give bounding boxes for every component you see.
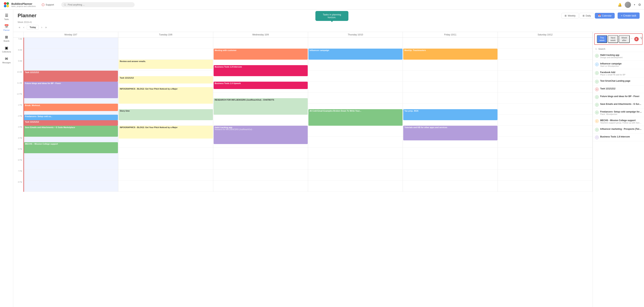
- day-cell[interactable]: [498, 71, 593, 82]
- list-item[interactable]: 3Facebook AddPlace 1 small FB add for BP: [593, 69, 644, 78]
- day-cell[interactable]: [308, 170, 403, 181]
- sidebar-item-boards[interactable]: ⊞ Boards: [1, 33, 12, 44]
- calendar-event[interactable]: Future blogs and ideas for BP - Fiverr: [24, 82, 118, 98]
- day-cell[interactable]: [308, 126, 403, 137]
- day-cell[interactable]: [498, 148, 593, 159]
- day-cell[interactable]: [403, 60, 498, 71]
- next-day-button[interactable]: ›: [40, 25, 43, 29]
- calendar-event[interactable]: Break. Workout.: [24, 104, 118, 111]
- day-cell[interactable]: [308, 93, 403, 104]
- calendar-event[interactable]: Save Emails and Attachments – G Suite Ma…: [24, 126, 118, 137]
- sidebar-item-collections[interactable]: ▣ Collections: [1, 44, 12, 54]
- day-cell[interactable]: [308, 148, 403, 159]
- day-cell[interactable]: [403, 181, 498, 192]
- list-item[interactable]: 3Save Emails and Attachments - G Suite M…: [593, 101, 644, 109]
- tab-calendar[interactable]: 📅 Calendar: [595, 13, 615, 19]
- filter-icon[interactable]: [640, 37, 643, 40]
- day-cell[interactable]: [498, 49, 593, 60]
- support-button[interactable]: Support: [40, 3, 56, 7]
- calendar-event[interactable]: MECHS – Mission College support: [24, 142, 118, 153]
- day-cell[interactable]: [24, 49, 118, 60]
- calendar-event[interactable]: Habit tracking appResearch for INFLUENCE…: [214, 126, 308, 144]
- calendar-event[interactable]: Task 12121212: [119, 76, 213, 84]
- rp-search-input[interactable]: [598, 48, 642, 50]
- calendar-event[interactable]: Task 12121212: [24, 71, 118, 82]
- gear-icon[interactable]: ⚙: [638, 3, 641, 7]
- calendar-event[interactable]: MeetUp: Toastmasters: [403, 49, 497, 60]
- tab-daily[interactable]: ⊞ Daily: [580, 13, 594, 19]
- list-item[interactable]: 3Test SriveChat Landing page: [593, 78, 644, 86]
- day-cell[interactable]: [308, 38, 403, 49]
- day-cell[interactable]: [118, 159, 213, 170]
- day-cell[interactable]: [403, 148, 498, 159]
- calendar-event[interactable]: Freelancers- Setup cold ca...: [24, 115, 118, 120]
- day-cell[interactable]: [403, 159, 498, 170]
- day-cell[interactable]: [118, 181, 213, 192]
- day-cell[interactable]: [213, 170, 308, 181]
- prev-week-button[interactable]: «: [18, 25, 22, 29]
- list-item[interactable]: 3Freelancers- Setup cold campaign for Fr…: [593, 109, 644, 117]
- avatar[interactable]: [625, 2, 631, 8]
- today-button[interactable]: Today: [27, 25, 39, 30]
- day-cell[interactable]: [498, 115, 593, 126]
- global-search-input[interactable]: [68, 3, 132, 6]
- day-cell[interactable]: [498, 137, 593, 148]
- calendar-event[interactable]: Meeting with customer: [214, 49, 308, 60]
- calendar-event[interactable]: Task 12121212: [24, 120, 118, 126]
- tab-next-week[interactable]: Next week: [608, 35, 618, 43]
- day-cell[interactable]: [403, 170, 498, 181]
- calendar-event[interactable]: Tax prep. 401K: [403, 109, 497, 120]
- day-cell[interactable]: [118, 148, 213, 159]
- day-cell[interactable]: [308, 181, 403, 192]
- sidebar-item-tasks[interactable]: ☰ Tasks: [1, 12, 12, 22]
- notifications-icon[interactable]: 🔔: [618, 3, 622, 7]
- day-cell[interactable]: [118, 170, 213, 181]
- list-item[interactable]: 2Influencer campaignStart on Woodpecker: [593, 61, 644, 69]
- day-cell[interactable]: [24, 38, 118, 49]
- day-cell[interactable]: [24, 159, 118, 170]
- day-cell[interactable]: [308, 82, 403, 93]
- day-cell[interactable]: [118, 49, 213, 60]
- day-cell[interactable]: [118, 38, 213, 49]
- calendar-event[interactable]: Business Tools 1.5 Upwork: [214, 82, 308, 89]
- day-cell[interactable]: [213, 115, 308, 126]
- list-item[interactable]: 3Habit tracking appDesign and developmen…: [593, 52, 644, 61]
- day-cell[interactable]: [498, 159, 593, 170]
- tab-weekly[interactable]: ⊞ Weekly: [562, 13, 578, 19]
- day-cell[interactable]: [498, 38, 593, 49]
- calendar-event[interactable]: 26 Cold Email Examples Broken Down To Wr…: [308, 109, 402, 126]
- calendar-event[interactable]: Review and answer emails.: [119, 60, 213, 69]
- next-week-button[interactable]: »: [44, 25, 48, 29]
- rp-search[interactable]: [593, 46, 644, 52]
- day-cell[interactable]: [308, 60, 403, 71]
- sidebar-item-planner[interactable]: 📅 Planner: [1, 23, 12, 33]
- list-item[interactable]: 3Influencer marketing - Prospects (Twitt…: [593, 126, 644, 134]
- day-cell[interactable]: [498, 60, 593, 71]
- day-cell[interactable]: [308, 159, 403, 170]
- day-cell[interactable]: [403, 38, 498, 49]
- day-cell[interactable]: [498, 93, 593, 104]
- prev-day-button[interactable]: ‹: [22, 25, 25, 29]
- day-cell[interactable]: [24, 170, 118, 181]
- day-cell[interactable]: [213, 181, 308, 192]
- create-task-button[interactable]: + Create task: [618, 13, 640, 19]
- calendar-event[interactable]: INFOGRAPHICS - BLOG2: Get Your Pitch Not…: [119, 126, 213, 139]
- calendar-event[interactable]: RESEARCH FOR INFLUENCERS (JustReachOut) …: [214, 98, 308, 115]
- day-cell[interactable]: [498, 181, 593, 192]
- list-item[interactable]: ?Business Tools 1.8 Intercom: [593, 134, 644, 141]
- day-cell[interactable]: [498, 126, 593, 137]
- day-cell[interactable]: [24, 181, 118, 192]
- calendar-event[interactable]: Story time: [119, 109, 213, 120]
- list-item[interactable]: 3Future blogs and ideas for BP - Fiverr: [593, 93, 644, 101]
- day-cell[interactable]: [308, 137, 403, 148]
- day-cell[interactable]: [213, 148, 308, 159]
- calendar-event[interactable]: Business Tools 1.8 Intercom: [214, 65, 308, 76]
- day-cell[interactable]: [403, 71, 498, 82]
- chevron-down-icon[interactable]: ▾: [634, 3, 635, 6]
- global-search-bar[interactable]: [61, 2, 134, 7]
- tab-this-week[interactable]: This week: [597, 35, 607, 43]
- day-cell[interactable]: [213, 159, 308, 170]
- list-item[interactable]: 8MECHS - Mission College supportTeachers…: [593, 117, 644, 126]
- day-cell[interactable]: [498, 82, 593, 93]
- list-item[interactable]: 9Task 12121212: [593, 86, 644, 93]
